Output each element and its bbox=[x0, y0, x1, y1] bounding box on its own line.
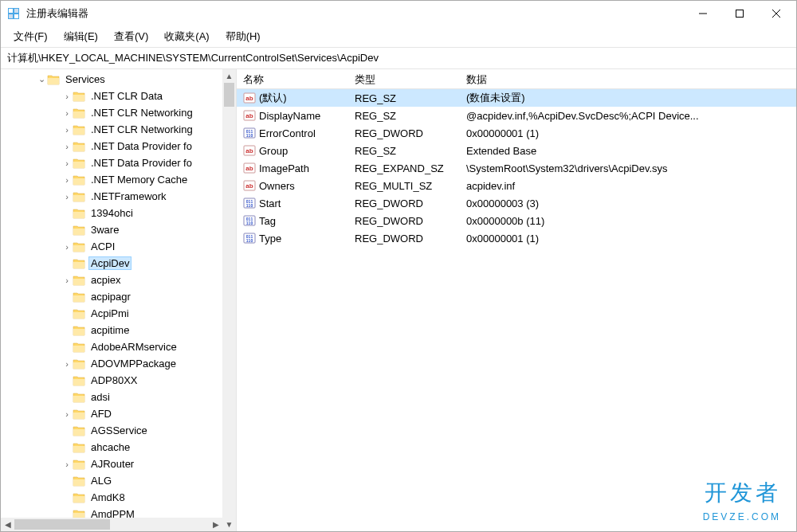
registry-value-row[interactable]: abOwnersREG_MULTI_SZacpidev.inf bbox=[237, 177, 796, 194]
tree-label: .NET CLR Data bbox=[88, 89, 165, 103]
expand-icon[interactable]: › bbox=[61, 142, 73, 151]
tree-scrollbar-horizontal[interactable]: ◀ ▶ bbox=[1, 518, 222, 531]
value-name: Group bbox=[259, 145, 288, 157]
tree-item[interactable]: AdobeARMservice bbox=[1, 338, 236, 355]
list-header: 名称 类型 数据 bbox=[237, 69, 796, 89]
value-type-cell: REG_SZ bbox=[348, 92, 460, 104]
expand-icon[interactable]: › bbox=[61, 125, 73, 135]
expand-icon[interactable]: › bbox=[61, 92, 73, 101]
tree-item[interactable]: ›.NET CLR Networking bbox=[1, 104, 236, 121]
tree-label: .NETFramework bbox=[88, 190, 169, 203]
tree-pane[interactable]: ⌄Services›.NET CLR Data›.NET CLR Network… bbox=[1, 69, 237, 531]
tree-label: AJRouter bbox=[88, 457, 136, 471]
folder-icon bbox=[73, 425, 85, 436]
expand-icon[interactable]: › bbox=[61, 409, 73, 419]
scroll-track[interactable] bbox=[222, 83, 236, 518]
expand-icon[interactable]: › bbox=[61, 175, 73, 185]
tree-item[interactable]: ›.NETFramework bbox=[1, 188, 236, 205]
menu-edit[interactable]: 编辑(E) bbox=[56, 27, 106, 46]
tree-item[interactable]: ›.NET CLR Data bbox=[1, 88, 236, 104]
header-type[interactable]: 类型 bbox=[348, 69, 460, 88]
registry-value-row[interactable]: 011110TagREG_DWORD0x0000000b (11) bbox=[237, 212, 796, 229]
tree-item[interactable]: ahcache bbox=[1, 439, 236, 456]
folder-icon bbox=[73, 141, 85, 152]
registry-value-row[interactable]: ab(默认)REG_SZ(数值未设置) bbox=[237, 89, 796, 107]
list-body[interactable]: ab(默认)REG_SZ(数值未设置)abDisplayNameREG_SZ@a… bbox=[237, 89, 796, 531]
tree-item[interactable]: ›acpiex bbox=[1, 272, 236, 288]
value-data-cell: 0x00000001 (1) bbox=[460, 127, 796, 139]
expand-icon[interactable]: › bbox=[61, 192, 73, 201]
menu-view[interactable]: 查看(V) bbox=[106, 27, 156, 46]
tree-item[interactable]: ›.NET Memory Cache bbox=[1, 171, 236, 188]
value-name-cell: 011110ErrorControl bbox=[237, 127, 348, 139]
tree-scrollbar-vertical[interactable]: ▲ ▼ bbox=[222, 69, 236, 531]
value-name-cell: 011110Tag bbox=[237, 214, 348, 227]
tree-item[interactable]: ›AJRouter bbox=[1, 456, 236, 472]
registry-value-row[interactable]: 011110TypeREG_DWORD0x00000001 (1) bbox=[237, 229, 796, 247]
tree-label: .NET Memory Cache bbox=[88, 173, 190, 186]
tree-item[interactable]: ›.NET Data Provider fo bbox=[1, 155, 236, 171]
expand-icon[interactable]: › bbox=[61, 460, 73, 469]
tree-item[interactable]: ›AFD bbox=[1, 405, 236, 422]
svg-text:ab: ab bbox=[245, 95, 253, 102]
svg-rect-6 bbox=[736, 10, 744, 18]
scroll-up-icon[interactable]: ▲ bbox=[222, 69, 236, 83]
folder-icon bbox=[73, 475, 85, 487]
expand-icon[interactable]: › bbox=[61, 158, 73, 168]
scroll-down-icon[interactable]: ▼ bbox=[222, 518, 236, 531]
tree-item[interactable]: ALG bbox=[1, 472, 236, 489]
minimize-button[interactable] bbox=[685, 2, 721, 25]
expand-icon[interactable]: › bbox=[61, 242, 73, 252]
tree-item[interactable]: ›.NET Data Provider fo bbox=[1, 138, 236, 155]
tree-item[interactable]: ›ACPI bbox=[1, 238, 236, 255]
close-button[interactable] bbox=[758, 2, 795, 25]
value-data-cell: acpidev.inf bbox=[460, 180, 796, 192]
menu-favorites[interactable]: 收藏夹(A) bbox=[156, 27, 217, 46]
tree-item[interactable]: acpipagr bbox=[1, 288, 236, 305]
maximize-button[interactable] bbox=[721, 2, 758, 25]
svg-text:110: 110 bbox=[246, 203, 253, 208]
tree-label: 3ware bbox=[88, 223, 121, 237]
tree-item[interactable]: acpitime bbox=[1, 322, 236, 338]
registry-value-row[interactable]: 011110ErrorControlREG_DWORD0x00000001 (1… bbox=[237, 124, 796, 142]
tree-item[interactable]: adsi bbox=[1, 389, 236, 405]
value-data-cell: (数值未设置) bbox=[460, 91, 796, 105]
registry-value-row[interactable]: abDisplayNameREG_SZ@acpidev.inf,%AcpiDev… bbox=[237, 107, 796, 124]
scroll-right-icon[interactable]: ▶ bbox=[209, 518, 222, 531]
registry-value-row[interactable]: abImagePathREG_EXPAND_SZ\SystemRoot\Syst… bbox=[237, 159, 796, 177]
value-type-cell: REG_DWORD bbox=[348, 215, 460, 227]
header-name[interactable]: 名称 bbox=[237, 69, 348, 88]
tree-parent-services[interactable]: ⌄Services bbox=[1, 71, 236, 88]
value-name-cell: abDisplayName bbox=[237, 109, 348, 122]
tree-item[interactable]: AcpiPmi bbox=[1, 305, 236, 322]
tree-item[interactable]: AcpiDev bbox=[1, 255, 236, 272]
tree-item[interactable]: 1394ohci bbox=[1, 205, 236, 221]
collapse-icon[interactable]: ⌄ bbox=[36, 74, 47, 84]
tree-label: AFD bbox=[88, 407, 114, 421]
folder-icon bbox=[47, 74, 60, 85]
svg-text:110: 110 bbox=[246, 238, 253, 243]
header-data[interactable]: 数据 bbox=[460, 69, 796, 88]
menu-help[interactable]: 帮助(H) bbox=[218, 27, 269, 46]
menubar: 文件(F) 编辑(E) 查看(V) 收藏夹(A) 帮助(H) bbox=[1, 26, 796, 47]
tree-item[interactable]: ADP80XX bbox=[1, 372, 236, 389]
registry-value-row[interactable]: abGroupREG_SZExtended Base bbox=[237, 142, 796, 159]
expand-icon[interactable]: › bbox=[61, 359, 73, 369]
menu-file[interactable]: 文件(F) bbox=[6, 27, 56, 46]
scroll-thumb[interactable] bbox=[224, 83, 234, 107]
addressbar[interactable]: 计算机\HKEY_LOCAL_MACHINE\SYSTEM\CurrentCon… bbox=[1, 47, 796, 69]
tree-item[interactable]: ›.NET CLR Networking bbox=[1, 121, 236, 138]
svg-text:ab: ab bbox=[245, 165, 253, 172]
expand-icon[interactable]: › bbox=[61, 108, 73, 118]
string-value-icon: ab bbox=[243, 144, 256, 157]
scroll-left-icon[interactable]: ◀ bbox=[1, 518, 14, 531]
tree-item[interactable]: ›ADOVMPPackage bbox=[1, 355, 236, 372]
tree-item[interactable]: AGSService bbox=[1, 422, 236, 439]
value-name-cell: abGroup bbox=[237, 144, 348, 157]
tree-item[interactable]: 3ware bbox=[1, 221, 236, 238]
scroll-thumb-h[interactable] bbox=[14, 519, 110, 530]
scroll-track-h[interactable] bbox=[14, 518, 209, 531]
registry-value-row[interactable]: 011110StartREG_DWORD0x00000003 (3) bbox=[237, 194, 796, 212]
tree-item[interactable]: AmdK8 bbox=[1, 489, 236, 506]
expand-icon[interactable]: › bbox=[61, 276, 73, 285]
